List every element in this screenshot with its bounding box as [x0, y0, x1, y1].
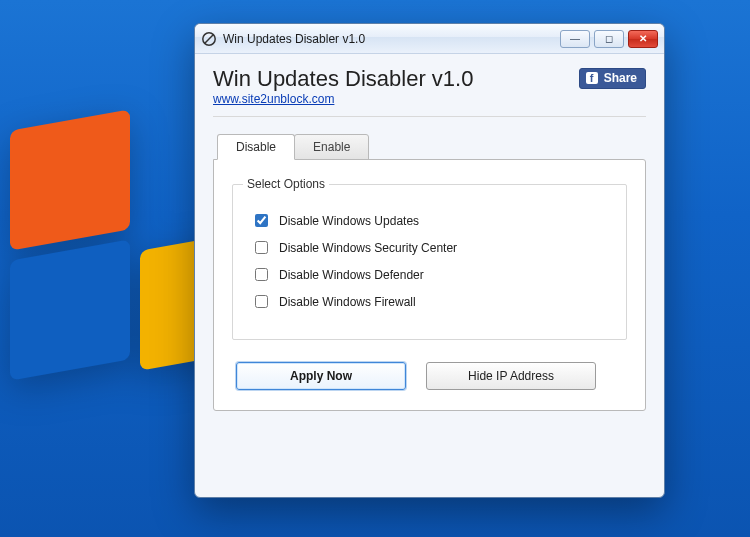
apply-now-button[interactable]: Apply Now	[236, 362, 406, 390]
option-disable-updates[interactable]: Disable Windows Updates	[251, 211, 608, 230]
app-window: Win Updates Disabler v1.0 — ◻ ✕ Win Upda…	[194, 23, 665, 498]
tab-enable[interactable]: Enable	[294, 134, 369, 160]
options-groupbox: Select Options Disable Windows Updates D…	[232, 184, 627, 340]
option-label: Disable Windows Updates	[279, 214, 419, 228]
site-link[interactable]: www.site2unblock.com	[213, 92, 334, 106]
minimize-button[interactable]: —	[560, 30, 590, 48]
checkbox-disable-defender[interactable]	[255, 268, 268, 281]
tab-page-disable: Select Options Disable Windows Updates D…	[213, 159, 646, 411]
option-disable-firewall[interactable]: Disable Windows Firewall	[251, 292, 608, 311]
header-separator	[213, 116, 646, 117]
option-disable-security-center[interactable]: Disable Windows Security Center	[251, 238, 608, 257]
facebook-icon: f	[586, 72, 598, 84]
close-button[interactable]: ✕	[628, 30, 658, 48]
svg-line-1	[205, 34, 213, 42]
groupbox-legend: Select Options	[243, 177, 329, 191]
hide-ip-button[interactable]: Hide IP Address	[426, 362, 596, 390]
tabstrip: Disable Enable	[217, 133, 646, 159]
checkbox-disable-firewall[interactable]	[255, 295, 268, 308]
option-disable-defender[interactable]: Disable Windows Defender	[251, 265, 608, 284]
minimize-icon: —	[570, 33, 580, 44]
maximize-icon: ◻	[605, 33, 613, 44]
option-label: Disable Windows Defender	[279, 268, 424, 282]
app-title: Win Updates Disabler v1.0	[213, 66, 473, 92]
titlebar[interactable]: Win Updates Disabler v1.0 — ◻ ✕	[195, 24, 664, 54]
option-label: Disable Windows Firewall	[279, 295, 416, 309]
window-title: Win Updates Disabler v1.0	[223, 32, 365, 46]
checkbox-disable-updates[interactable]	[255, 214, 268, 227]
maximize-button[interactable]: ◻	[594, 30, 624, 48]
close-icon: ✕	[639, 33, 647, 44]
share-label: Share	[604, 71, 637, 85]
share-button[interactable]: f Share	[579, 68, 646, 89]
checkbox-disable-security-center[interactable]	[255, 241, 268, 254]
desktop-background: Win Updates Disabler v1.0 — ◻ ✕ Win Upda…	[0, 0, 750, 537]
app-prohibit-icon	[201, 31, 217, 47]
tab-disable[interactable]: Disable	[217, 134, 295, 160]
option-label: Disable Windows Security Center	[279, 241, 457, 255]
